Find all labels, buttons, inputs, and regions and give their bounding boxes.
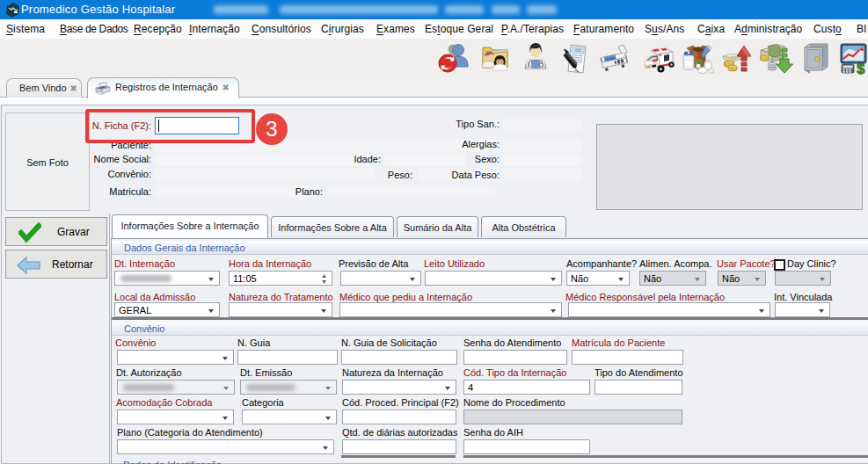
- svg-text:$: $: [857, 61, 865, 75]
